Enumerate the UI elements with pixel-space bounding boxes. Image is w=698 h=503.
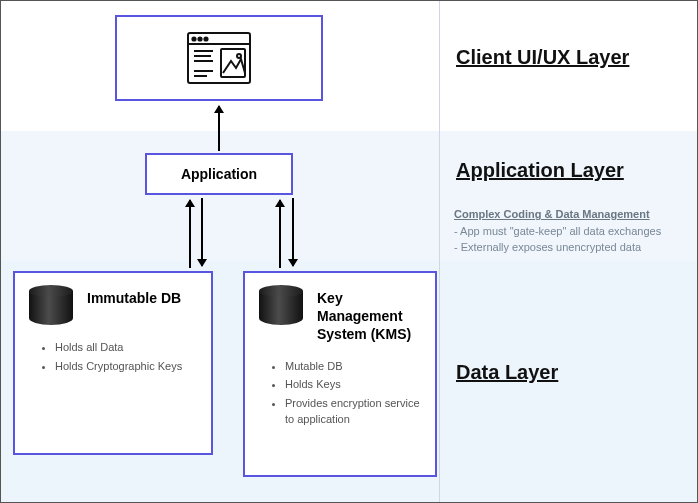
layer-label-data: Data Layer xyxy=(456,361,558,384)
layer-label-client: Client UI/UX Layer xyxy=(456,46,629,69)
note-line-1: - App must "gate-keep" all data exchange… xyxy=(454,224,681,239)
immutable-db-box: Immutable DB Holds all Data Holds Crypto… xyxy=(13,271,213,455)
arrow-app-to-kms xyxy=(292,198,294,266)
immutable-db-title: Immutable DB xyxy=(87,289,181,307)
layer-label-application: Application Layer xyxy=(456,159,624,182)
arrow-app-to-ui xyxy=(218,106,220,151)
list-item: Mutable DB xyxy=(285,358,421,375)
kms-box: Key Management System (KMS) Mutable DB H… xyxy=(243,271,437,477)
list-item: Holds all Data xyxy=(55,339,197,356)
kms-header: Key Management System (KMS) xyxy=(259,285,421,344)
note-line-2: - Externally exposes unencrypted data xyxy=(454,240,681,255)
application-note: Complex Coding & Data Management - App m… xyxy=(454,207,681,255)
arrow-kms-to-app xyxy=(279,200,281,268)
svg-point-11 xyxy=(237,54,241,58)
immutable-db-header: Immutable DB xyxy=(29,285,197,325)
application-label: Application xyxy=(181,166,257,182)
browser-window-icon xyxy=(183,29,255,87)
database-icon xyxy=(29,285,73,325)
arrow-db-to-app xyxy=(189,200,191,268)
svg-point-4 xyxy=(204,37,207,40)
kms-title: Key Management System (KMS) xyxy=(317,289,421,344)
database-icon xyxy=(259,285,303,325)
application-box: Application xyxy=(145,153,293,195)
architecture-diagram: Client UI/UX Layer Application Layer Dat… xyxy=(0,0,698,503)
list-item: Provides encryption service to applicati… xyxy=(285,395,421,428)
immutable-db-bullets: Holds all Data Holds Cryptographic Keys xyxy=(29,339,197,374)
kms-bullets: Mutable DB Holds Keys Provides encryptio… xyxy=(259,358,421,428)
client-ui-box xyxy=(115,15,323,101)
svg-point-2 xyxy=(192,37,195,40)
svg-point-3 xyxy=(198,37,201,40)
list-item: Holds Cryptographic Keys xyxy=(55,358,197,375)
arrow-app-to-db xyxy=(201,198,203,266)
vertical-divider xyxy=(439,1,440,502)
note-title: Complex Coding & Data Management xyxy=(454,207,681,222)
list-item: Holds Keys xyxy=(285,376,421,393)
